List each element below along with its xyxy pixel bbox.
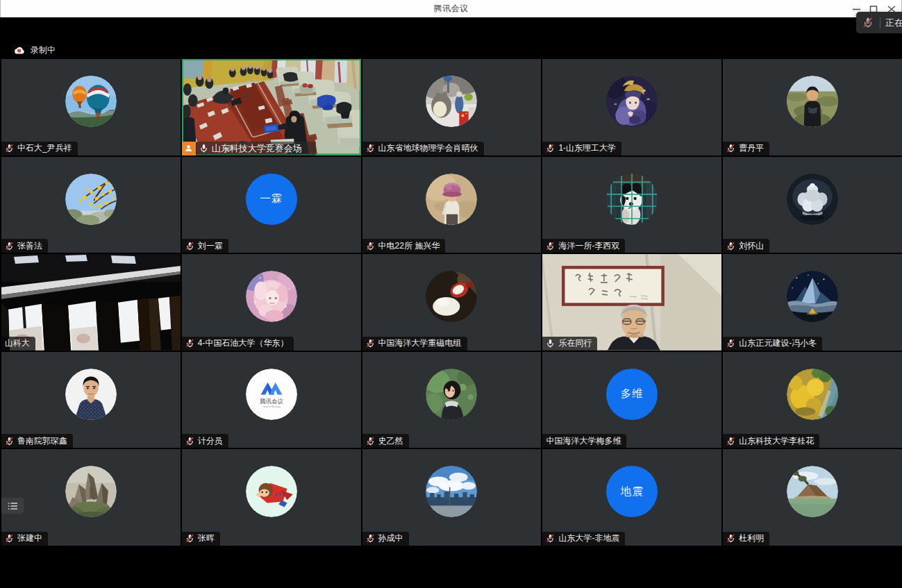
svg-text:腾讯会议: 腾讯会议 [260,398,283,405]
svg-text:Tencent Meeting: Tencent Meeting [262,405,281,408]
svg-text:CYJ: CYJ [274,492,284,498]
